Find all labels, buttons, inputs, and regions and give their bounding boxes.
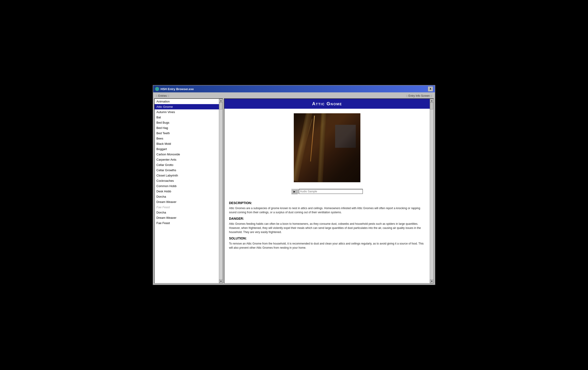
list-item[interactable]: Fae Feast [155,205,219,210]
list-item[interactable]: Dream Weaver [155,215,219,220]
danger-title: DANGER: [229,217,425,220]
entry-body: DESCRIPTION: Attic Gnomes are a subspeci… [224,196,430,254]
list-item[interactable]: Desk Hobb [155,189,219,194]
list-item[interactable]: Dorcha [155,210,219,215]
list-item[interactable]: Black Mold [155,141,219,146]
right-scroll-up[interactable]: ▲ [430,99,434,102]
scroll-thumb[interactable] [219,102,222,109]
audio-input[interactable] [299,189,363,194]
entry-content: Attic Gnome ▶ [224,99,430,283]
image-overlay [294,113,360,182]
description-title: DESCRIPTION: [229,201,425,205]
right-scrollbar[interactable]: ▲ ▼ [430,99,433,283]
list-item[interactable]: Carpenter Ants [155,157,219,162]
list-item[interactable]: Attic Gnome [155,104,219,109]
list-item[interactable]: Bed Teeth [155,131,219,136]
list-item[interactable]: Cellar Growths [155,168,219,173]
entries-label: :: Entries :: [156,94,169,98]
scroll-down-button[interactable]: ▼ [219,279,222,283]
close-button[interactable]: X [428,87,433,91]
list-item[interactable]: Boggart [155,146,219,152]
entry-image-area [224,109,430,187]
toolbar: :: Entries :: :: Entry Info Screen :: [154,93,434,98]
description-text: Attic Gnomes are a subspecies of gnome k… [229,206,425,214]
list-item[interactable]: Cellar Grotto [155,162,219,168]
solution-text: To remove an Attic Gnome from the househ… [229,241,425,250]
main-window: 🌐 HSH Entry Browser.exe X :: Entries :: … [153,85,435,285]
app-icon: 🌐 [155,87,159,91]
window-content: :: Entries :: :: Entry Info Screen :: An… [153,92,435,284]
entry-image [294,113,360,182]
audio-bar: ▶ [224,187,430,196]
left-panel: AnimationAttic GnomeAutumn VinesBatBed B… [154,98,223,283]
list-item[interactable]: Bees [155,136,219,141]
list-item[interactable]: Dream Weaver [155,199,219,205]
list-item[interactable]: Animation [155,99,219,104]
left-panel-scroll: AnimationAttic GnomeAutumn VinesBatBed B… [155,99,222,283]
list-item[interactable]: Closet Labyrinth [155,173,219,178]
title-bar: 🌐 HSH Entry Browser.exe X [153,86,435,92]
list-item[interactable]: Cockroaches [155,178,219,183]
main-area: AnimationAttic GnomeAutumn VinesBatBed B… [154,98,434,283]
list-item[interactable]: Fae Feast [155,220,219,226]
list-item[interactable]: Carbon Monoxide [155,152,219,157]
list-item[interactable]: Autumn Vines [155,109,219,115]
list-item[interactable]: Common Hobb [155,183,219,189]
list-scrollbar[interactable]: ▲ ▼ [219,99,222,283]
list-item[interactable]: Bat [155,115,219,120]
list-item[interactable]: Dorcha [155,194,219,199]
title-bar-left: 🌐 HSH Entry Browser.exe [155,87,194,91]
entry-title: Attic Gnome [224,99,430,109]
right-panel: Attic Gnome ▶ [224,98,434,283]
danger-text: Attic Gnomes feeding habits can often be… [229,222,425,234]
entry-list: AnimationAttic GnomeAutumn VinesBatBed B… [155,99,219,283]
list-item[interactable]: Bed Hag [155,125,219,131]
scroll-up-button[interactable]: ▲ [219,99,222,102]
play-button[interactable]: ▶ [291,189,298,194]
right-scroll-track [430,102,433,279]
list-item[interactable]: Bed Bugs [155,120,219,125]
info-label: :: Entry Info Screen :: [406,94,432,98]
scroll-track [219,102,222,279]
right-scroll-down[interactable]: ▼ [430,279,434,283]
solution-title: SOLUTION: [229,237,425,240]
window-title: HSH Entry Browser.exe [160,87,194,91]
right-scroll-thumb[interactable] [430,102,433,109]
